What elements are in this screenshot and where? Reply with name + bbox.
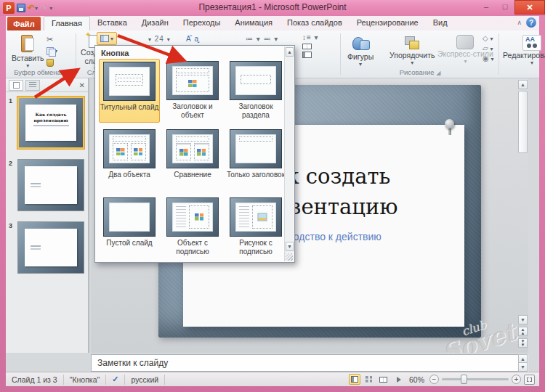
notes-scrollbar[interactable]: ▲ ▼: [518, 354, 528, 372]
zoom-slider[interactable]: [442, 378, 509, 380]
view-slideshow-button[interactable]: [392, 374, 404, 385]
close-button[interactable]: ✕: [514, 0, 545, 15]
slide-thumbnail-2[interactable]: 2: [7, 158, 87, 216]
layout-label: Заголовок и объект: [162, 102, 223, 119]
tab-file[interactable]: Файл: [7, 17, 41, 30]
slide-thumbnail-3[interactable]: 3: [7, 221, 87, 279]
clipboard-dialog-launcher-icon[interactable]: ◢: [63, 70, 68, 76]
font-size-dropdown-icon: ▾: [167, 36, 171, 43]
cut-button[interactable]: ✂: [47, 35, 57, 44]
layout-sketch: [131, 143, 147, 160]
next-slide-button[interactable]: ▼▼: [518, 338, 528, 348]
tab-view[interactable]: Вид: [426, 16, 455, 30]
editing-dropdown-icon: ▾: [530, 60, 533, 66]
layout-label: Заголовок раздела: [225, 102, 286, 119]
paste-button[interactable]: Вставить ▾: [12, 33, 44, 69]
gallery-header: Кнопка: [101, 49, 129, 57]
minimize-button[interactable]: –: [477, 0, 496, 13]
layout-option-title-only[interactable]: Только заголовок: [225, 127, 286, 191]
slide-thumbnail-image: [17, 221, 84, 274]
spellcheck-status[interactable]: ✓: [106, 375, 125, 385]
shape-outline-dropdown-icon: ▾: [490, 46, 493, 52]
layout-option-comparison[interactable]: Сравнение: [162, 127, 223, 191]
layout-button[interactable]: ▾: [97, 32, 117, 45]
scroll-up-icon[interactable]: ▲: [518, 80, 528, 89]
format-painter-button[interactable]: [47, 58, 57, 68]
shape-fill-button[interactable]: ◇ ▾: [483, 34, 494, 42]
layout-thumbnail: [230, 197, 282, 237]
layout-option-title-object[interactable]: Заголовок и объект: [162, 59, 223, 123]
paste-label: Вставить: [12, 54, 44, 62]
scrollbar-thumb[interactable]: [518, 91, 528, 153]
layout-option-title-slide[interactable]: Титульный слайд: [99, 59, 160, 123]
zoom-out-button[interactable]: −: [429, 375, 439, 384]
shape-outline-button[interactable]: ▱ ▾: [483, 44, 494, 52]
line-spacing-button[interactable]: ↕≡ ▾: [302, 33, 319, 41]
arrange-button[interactable]: Упорядочить ▾: [389, 35, 435, 66]
copy-button[interactable]: ▾: [47, 46, 57, 56]
zoom-in-button[interactable]: +: [512, 375, 521, 384]
layout-sketch: [239, 206, 249, 228]
arrange-icon: [403, 35, 421, 51]
thumbnail-title: Как создатьпрезентацию: [25, 112, 76, 123]
shape-effects-button[interactable]: ◉ ▾: [483, 54, 494, 62]
layout-option-two-objects[interactable]: Два объекта: [99, 127, 160, 191]
layout-label: Рисунок с подписью: [225, 239, 286, 256]
list-buttons[interactable]: ≔ ▾ ≕ ▾: [246, 35, 278, 43]
layout-sketch: [176, 136, 209, 141]
view-sorter-button[interactable]: [363, 374, 375, 385]
tab-slides-thumbnails[interactable]: [9, 80, 23, 91]
fit-to-window-button[interactable]: [524, 375, 535, 385]
layout-thumbnail: [103, 129, 156, 168]
tab-insert[interactable]: Вставка: [90, 16, 134, 30]
zoom-slider-thumb[interactable]: [461, 375, 467, 384]
shapes-button[interactable]: Фигуры ▾: [347, 35, 374, 68]
layout-option-picture-caption[interactable]: Рисунок с подписью: [225, 195, 286, 259]
tab-animation[interactable]: Анимация: [227, 16, 280, 30]
layout-sketch: [239, 136, 272, 141]
tab-design[interactable]: Дизайн: [134, 16, 176, 30]
font-size-combo[interactable]: ▾ 24 ▾: [148, 35, 171, 43]
layout-sketch: [194, 143, 210, 160]
tab-review[interactable]: Рецензирование: [350, 16, 426, 30]
help-icon[interactable]: ?: [526, 17, 536, 28]
drawing-dialog-launcher-icon[interactable]: ◢: [436, 70, 440, 76]
columns-icon[interactable]: [302, 44, 312, 49]
layout-option-blank[interactable]: Пустой слайд: [99, 195, 160, 259]
gallery-scroll-up-icon[interactable]: ▲: [286, 47, 294, 57]
notes-area[interactable]: Заметки к слайду: [91, 354, 528, 372]
shapes-icon: [351, 35, 370, 52]
scissors-icon: ✂: [47, 35, 53, 44]
ribbon-tab-row: Файл Главная Вставка Дизайн Переходы Ани…: [6, 16, 539, 30]
drawing-group-label: Рисование ◢: [347, 68, 493, 76]
close-panel-icon[interactable]: ✕: [79, 81, 85, 89]
gallery-resize-grip[interactable]: [286, 253, 293, 261]
maximize-button[interactable]: □: [496, 0, 514, 13]
tab-slideshow[interactable]: Показ слайдов: [280, 16, 350, 30]
scroll-down-icon[interactable]: ▼: [518, 315, 528, 324]
layout-thumbnail: [230, 61, 282, 100]
slide-thumbnail-1[interactable]: 1 Как создатьпрезентацию: [7, 96, 87, 154]
minimize-ribbon-icon[interactable]: ∧: [517, 19, 522, 26]
editing-button[interactable]: Редактирование ▾: [503, 35, 545, 66]
tab-home[interactable]: Главная: [44, 16, 90, 30]
gallery-scrollbar[interactable]: ▲ ▼: [284, 46, 294, 261]
layout-option-section-header[interactable]: Заголовок раздела: [225, 59, 286, 123]
layout-thumbnail: [103, 197, 156, 237]
vertical-scrollbar[interactable]: ▲ ▼ ▲▲ ▼▼: [518, 80, 528, 351]
view-normal-button[interactable]: [349, 374, 360, 385]
tab-transitions[interactable]: Переходы: [176, 16, 228, 30]
outline-tab-icon: [29, 82, 36, 88]
notes-scroll-down-icon[interactable]: ▼: [518, 362, 528, 372]
view-reading-button[interactable]: [378, 374, 389, 385]
zoom-level[interactable]: 60%: [409, 375, 424, 384]
grow-shrink-font-buttons[interactable]: А̂ а̬: [186, 35, 199, 43]
align-text-icon[interactable]: [302, 52, 312, 58]
tab-outline[interactable]: [25, 80, 40, 91]
gallery-scroll-down-icon[interactable]: ▼: [286, 242, 294, 251]
language-status[interactable]: русский: [125, 375, 165, 385]
layout-option-object-caption[interactable]: Объект с подписью: [162, 195, 223, 259]
layout-thumbnail: [230, 129, 282, 168]
previous-slide-button[interactable]: ▲▲: [518, 327, 528, 336]
editing-find-icon: [522, 35, 541, 51]
